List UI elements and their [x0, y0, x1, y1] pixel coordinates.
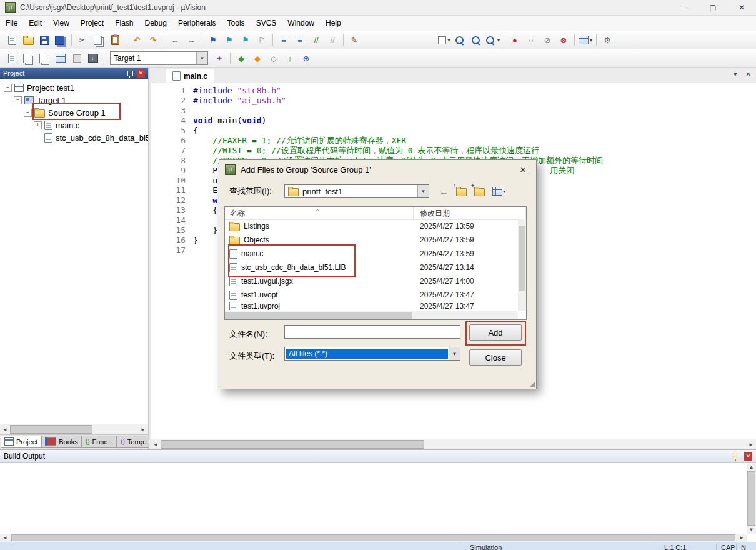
scroll-thumb[interactable]	[161, 440, 424, 449]
close-panel-icon[interactable]: ✕	[744, 452, 752, 461]
option-checkbox-icon[interactable]: ▾	[436, 33, 452, 47]
scroll-left-icon[interactable]: ◄	[0, 427, 10, 432]
minimize-button[interactable]: —	[670, 0, 699, 15]
manage-rte-icon[interactable]: ◆	[233, 51, 249, 65]
menu-tools[interactable]: Tools	[222, 16, 251, 31]
tree-item-source-group-1[interactable]: −Source Group 1	[0, 106, 148, 119]
build-output-hscrollbar[interactable]: ◄ ►	[0, 534, 747, 542]
rebuild-all-icon[interactable]	[36, 51, 52, 65]
outdent-icon[interactable]: ≡	[276, 33, 292, 47]
debug-windows-icon[interactable]: ▾	[577, 33, 594, 47]
close-button[interactable]: Close	[469, 349, 522, 366]
file-list-vscrollbar[interactable]	[518, 219, 526, 311]
properties-icon[interactable]: ✎	[346, 33, 362, 47]
menu-debug[interactable]: Debug	[139, 16, 172, 31]
tree-item-project-test1[interactable]: −Project: test1	[0, 81, 148, 94]
file-name-input[interactable]	[284, 325, 460, 339]
file-row-test1-uvproj[interactable]: test1.uvproj2025/4/27 13:47	[225, 302, 518, 310]
stop-build-icon[interactable]	[69, 51, 85, 65]
column-header-name[interactable]: 名称 ^	[225, 207, 414, 219]
nav-forward-icon[interactable]: →	[183, 33, 199, 47]
file-row-test1-uvopt[interactable]: test1.uvopt2025/4/27 13:47	[225, 288, 518, 302]
menu-file[interactable]: File	[0, 16, 23, 31]
target-select[interactable]: Target 1 ▼	[110, 51, 208, 65]
find-in-files-icon[interactable]	[452, 33, 469, 47]
cut-icon[interactable]: ✂	[74, 33, 91, 47]
file-list-hscrollbar[interactable]	[225, 311, 518, 319]
copy-icon[interactable]	[91, 33, 107, 47]
menu-edit[interactable]: Edit	[23, 16, 47, 31]
tree-item-main-c[interactable]: +main.c	[0, 119, 148, 131]
scroll-thumb[interactable]	[11, 534, 735, 541]
file-row-main-c[interactable]: main.c2025/4/27 13:59	[225, 247, 518, 261]
pin-icon[interactable]	[127, 71, 133, 76]
bookmark-toggle-icon[interactable]: ⚑	[205, 33, 221, 47]
scroll-down-icon[interactable]: ▼	[749, 527, 754, 532]
editor-hscrollbar[interactable]: ◄ ►	[151, 439, 756, 449]
scroll-right-icon[interactable]: ►	[746, 442, 756, 448]
batch-build-icon[interactable]	[52, 51, 69, 65]
chevron-down-icon[interactable]: ▼	[449, 348, 460, 360]
save-all-icon[interactable]	[52, 33, 69, 47]
find-icon[interactable]	[469, 33, 485, 47]
close-button[interactable]: ✕	[727, 0, 756, 15]
add-button[interactable]: Add	[469, 324, 522, 341]
back-icon[interactable]: ←	[439, 186, 449, 197]
download-icon[interactable]	[85, 51, 101, 65]
scroll-thumb[interactable]	[225, 312, 412, 319]
redo-icon[interactable]: ↷	[145, 33, 161, 47]
pack-installer-icon[interactable]: ◆	[249, 51, 266, 65]
tab-main-c[interactable]: main.c	[166, 69, 214, 82]
menu-window[interactable]: Window	[282, 16, 320, 31]
project-hscrollbar[interactable]: ◄ ►	[0, 424, 148, 434]
scroll-thumb[interactable]	[519, 226, 525, 291]
breakpoint-disable-all-icon[interactable]: ⊘	[539, 33, 555, 47]
bottom-tab-books[interactable]: Books	[41, 436, 82, 448]
paste-icon[interactable]	[107, 33, 123, 47]
translate-file-icon[interactable]	[4, 51, 20, 65]
tree-item-stc-usb-cdc-8h-data-bl5[interactable]: stc_usb_cdc_8h_data_bl5	[0, 131, 148, 144]
menu-svcs[interactable]: SVCS	[251, 16, 282, 31]
bookmark-prev-icon[interactable]: ⚑	[221, 33, 237, 47]
menu-peripherals[interactable]: Peripherals	[172, 16, 222, 31]
configure-icon[interactable]: ⚙	[599, 33, 615, 47]
menu-help[interactable]: Help	[320, 16, 347, 31]
file-row-listings[interactable]: Listings2025/4/27 13:59	[225, 219, 518, 233]
chevron-down-icon[interactable]: ▼	[196, 52, 207, 64]
tree-expand-icon[interactable]: −	[4, 84, 12, 92]
breakpoint-insert-icon[interactable]: ●	[507, 33, 523, 47]
update-components-icon[interactable]: ↕	[282, 51, 298, 65]
breakpoint-kill-all-icon[interactable]: ⊗	[555, 33, 572, 47]
file-type-combobox[interactable]: All files (*.*) ▼	[284, 347, 460, 361]
close-panel-icon[interactable]: ✕	[137, 69, 145, 78]
tree-item-target-1[interactable]: −Target 1	[0, 94, 148, 106]
undo-icon[interactable]: ↶	[129, 33, 145, 47]
file-row-stc-usb-cdc-8h-data-bl51-lib[interactable]: stc_usb_cdc_8h_data_bl51.LIB2025/4/27 13…	[225, 261, 518, 274]
new-file-icon[interactable]	[4, 33, 20, 47]
search-dropdown-icon[interactable]: ▾	[485, 33, 501, 47]
tree-expand-icon[interactable]: −	[24, 109, 32, 117]
maximize-button[interactable]: ▢	[699, 0, 727, 15]
scroll-left-icon[interactable]: ◄	[151, 442, 161, 448]
up-folder-icon[interactable]: ↑	[456, 187, 467, 196]
file-row-test1-uvgui-jsgx[interactable]: test1.uvgui.jsgx2025/4/27 14:00	[225, 274, 518, 288]
menu-flash[interactable]: Flash	[109, 16, 139, 31]
menu-project[interactable]: Project	[75, 16, 109, 31]
column-header-date[interactable]: 修改日期	[414, 207, 526, 219]
uncomment-icon[interactable]: //	[324, 33, 341, 47]
open-folder-icon[interactable]	[20, 33, 36, 47]
build-icon[interactable]	[20, 51, 36, 65]
scroll-thumb[interactable]	[10, 425, 92, 434]
indent-icon[interactable]: ≡	[292, 33, 308, 47]
bookmark-clear-icon[interactable]: ⚐	[254, 33, 270, 47]
scroll-right-icon[interactable]: ►	[138, 427, 148, 432]
nav-back-icon[interactable]: ←	[167, 33, 183, 47]
scroll-thumb[interactable]	[747, 471, 755, 526]
scroll-left-icon[interactable]: ◄	[0, 535, 10, 541]
menu-view[interactable]: View	[47, 16, 75, 31]
tab-list-dropdown-icon[interactable]: ▼	[732, 71, 739, 78]
scroll-right-icon[interactable]: ►	[737, 535, 747, 541]
view-menu-icon[interactable]: ▾	[492, 187, 505, 196]
bookmark-next-icon[interactable]: ⚑	[237, 33, 254, 47]
dialog-close-icon[interactable]: ✕	[515, 165, 530, 174]
